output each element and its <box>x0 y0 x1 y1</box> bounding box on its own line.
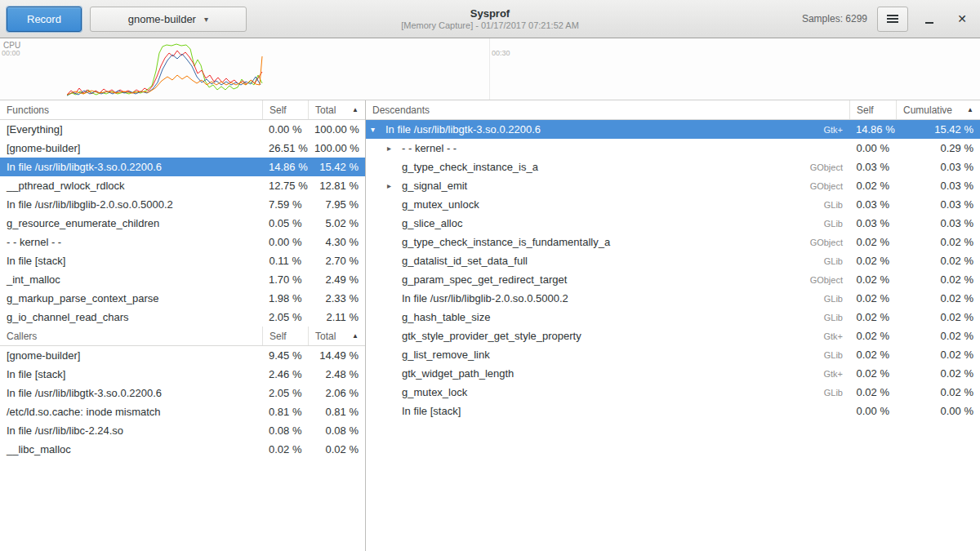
total-value: 0.08 % <box>308 424 365 437</box>
function-name: g_signal_emit <box>402 180 467 192</box>
table-row[interactable]: [gnome-builder]9.45 %14.49 % <box>0 346 365 365</box>
close-icon: ✕ <box>957 12 967 25</box>
table-row[interactable]: g_markup_parse_context_parse1.98 %2.33 % <box>0 289 365 308</box>
menu-button[interactable] <box>877 7 908 32</box>
table-row[interactable]: _int_malloc1.70 %2.49 % <box>0 270 365 289</box>
minimize-button[interactable] <box>918 7 941 30</box>
function-name: /etc/ld.so.cache: inode mismatch <box>0 406 262 418</box>
self-value: 0.02 % <box>849 311 896 323</box>
function-name: [gnome-builder] <box>0 349 262 362</box>
close-button[interactable]: ✕ <box>951 7 973 30</box>
library-badge: GObject <box>802 181 843 191</box>
function-name: In file [stack] <box>0 255 262 267</box>
callers-column-header[interactable]: Callers <box>0 327 262 345</box>
tree-row[interactable]: g_param_spec_get_redirect_targetGObject0… <box>366 270 980 289</box>
expander-collapsed-icon[interactable]: ▸ <box>387 144 402 153</box>
table-row[interactable]: In file [stack]0.11 %2.70 % <box>0 251 365 270</box>
cumulative-value: 0.03 % <box>896 217 980 229</box>
total-value: 7.95 % <box>308 198 365 211</box>
table-row[interactable]: In file /usr/lib/libglib-2.0.so.0.5000.2… <box>0 195 365 214</box>
tree-row[interactable]: g_mutex_unlockGLib0.03 %0.03 % <box>366 195 980 214</box>
header-bar: Record gnome-builder ▾ Sysprof [Memory C… <box>0 0 980 38</box>
function-name: - - kernel - - <box>0 236 262 248</box>
tree-row[interactable]: g_type_check_instance_is_aGObject0.03 %0… <box>366 158 980 176</box>
self-value: 2.05 % <box>262 311 308 323</box>
record-button[interactable]: Record <box>7 7 82 32</box>
total-value: 100.00 % <box>308 123 365 136</box>
tree-row-name-cell: g_list_remove_linkGLib <box>366 349 849 361</box>
tree-row[interactable]: In file /usr/lib/libglib-2.0.so.0.5000.2… <box>366 289 980 308</box>
table-row[interactable]: g_io_channel_read_chars2.05 %2.11 % <box>0 308 365 327</box>
function-name: g_hash_table_size <box>402 311 490 323</box>
function-name: g_type_check_instance_is_a <box>402 161 538 173</box>
tree-row[interactable]: ▸- - kernel - -0.00 %0.29 % <box>366 139 980 158</box>
table-row[interactable]: In file /usr/lib/libc-2.24.so0.08 %0.08 … <box>0 421 365 440</box>
library-badge: Gtk+ <box>815 331 843 341</box>
function-name: g_slice_alloc <box>402 217 462 229</box>
function-name: g_datalist_id_set_data_full <box>402 255 528 267</box>
self-value: 0.02 % <box>849 292 896 304</box>
tree-row[interactable]: g_list_remove_linkGLib0.02 %0.02 % <box>366 345 980 364</box>
descendants-column-header[interactable]: Descendants <box>366 100 849 119</box>
tree-row[interactable]: In file [stack]0.00 %0.00 % <box>366 402 980 420</box>
window-subtitle: [Memory Capture] - 01/17/2017 07:21:52 A… <box>401 20 579 30</box>
table-row[interactable]: g_resource_enumerate_children0.05 %5.02 … <box>0 214 365 233</box>
total-value: 0.02 % <box>308 443 365 455</box>
tree-row[interactable]: gtk_widget_path_lengthGtk+0.02 %0.02 % <box>366 364 980 383</box>
table-row[interactable]: In file /usr/lib/libgtk-3.so.0.2200.614.… <box>0 158 365 176</box>
function-name: In file [stack] <box>402 405 461 417</box>
library-badge: GLib <box>816 294 843 304</box>
total-value: 2.48 % <box>308 368 365 380</box>
tree-row[interactable]: g_slice_allocGLib0.03 %0.03 % <box>366 214 980 233</box>
tree-row-name-cell: gtk_style_provider_get_style_propertyGtk… <box>366 330 849 342</box>
tree-row[interactable]: g_mutex_lockGLib0.02 %0.02 % <box>366 383 980 402</box>
table-row[interactable]: [gnome-builder]26.51 %100.00 % <box>0 139 365 158</box>
chevron-down-icon: ▾ <box>204 15 208 24</box>
table-row[interactable]: __pthread_rwlock_rdlock12.75 %12.81 % <box>0 176 365 195</box>
tree-row[interactable]: g_hash_table_sizeGLib0.02 %0.02 % <box>366 308 980 327</box>
self-value: 0.02 % <box>849 330 896 342</box>
timeline-gridline <box>489 38 490 100</box>
function-name: g_markup_parse_context_parse <box>0 292 262 304</box>
functions-self-column-header[interactable]: Self <box>262 100 308 119</box>
expander-collapsed-icon[interactable]: ▸ <box>387 181 402 190</box>
sysprof-window: Record gnome-builder ▾ Sysprof [Memory C… <box>0 0 980 551</box>
self-value: 0.00 % <box>262 236 308 248</box>
tree-row[interactable]: ▾In file /usr/lib/libgtk-3.so.0.2200.6Gt… <box>366 120 980 139</box>
descendants-cumulative-column-header[interactable]: Cumulative▲ <box>896 100 980 119</box>
callers-self-column-header[interactable]: Self <box>262 327 308 345</box>
cumulative-value: 0.00 % <box>896 405 980 417</box>
tree-row[interactable]: gtk_style_provider_get_style_propertyGtk… <box>366 327 980 345</box>
process-selector-dropdown[interactable]: gnome-builder ▾ <box>90 7 247 32</box>
left-pane: Functions Self Total▲ [Everything]0.00 %… <box>0 100 366 551</box>
tree-row[interactable]: ▸g_signal_emitGObject0.02 %0.03 % <box>366 176 980 195</box>
functions-table-body: [Everything]0.00 %100.00 %[gnome-builder… <box>0 120 365 327</box>
self-value: 0.02 % <box>849 386 896 398</box>
function-name: In file /usr/lib/libc-2.24.so <box>0 424 262 437</box>
expander-expanded-icon[interactable]: ▾ <box>371 125 385 134</box>
cpu-timeline[interactable]: CPU 00:00 00:30 <box>0 38 980 100</box>
descendants-self-column-header[interactable]: Self <box>849 100 896 119</box>
table-row[interactable]: __libc_malloc0.02 %0.02 % <box>0 440 365 459</box>
tree-row[interactable]: g_type_check_instance_is_fundamentally_a… <box>366 233 980 251</box>
header-right-controls: Samples: 6299 ✕ <box>802 7 973 32</box>
callers-total-column-header[interactable]: Total▲ <box>308 327 365 345</box>
self-value: 0.11 % <box>262 255 308 267</box>
table-row[interactable]: [Everything]0.00 %100.00 % <box>0 120 365 139</box>
cumulative-value: 0.03 % <box>896 161 980 173</box>
table-row[interactable]: - - kernel - -0.00 %4.30 % <box>0 233 365 251</box>
function-name: - - kernel - - <box>402 142 457 154</box>
tree-row[interactable]: g_datalist_id_set_data_fullGLib0.02 %0.0… <box>366 251 980 270</box>
table-row[interactable]: In file [stack]2.46 %2.48 % <box>0 365 365 384</box>
samples-count: Samples: 6299 <box>802 13 867 24</box>
functions-total-column-header[interactable]: Total▲ <box>308 100 365 119</box>
library-badge: GLib <box>816 388 843 398</box>
table-row[interactable]: /etc/ld.so.cache: inode mismatch0.81 %0.… <box>0 402 365 421</box>
self-value: 26.51 % <box>262 142 308 154</box>
total-value: 14.49 % <box>308 349 365 362</box>
table-row[interactable]: In file /usr/lib/libgtk-3.so.0.2200.62.0… <box>0 384 365 402</box>
library-badge: GLib <box>816 219 843 229</box>
functions-column-header[interactable]: Functions <box>0 100 262 119</box>
library-badge: GObject <box>802 238 843 247</box>
self-value: 0.02 % <box>849 273 896 286</box>
